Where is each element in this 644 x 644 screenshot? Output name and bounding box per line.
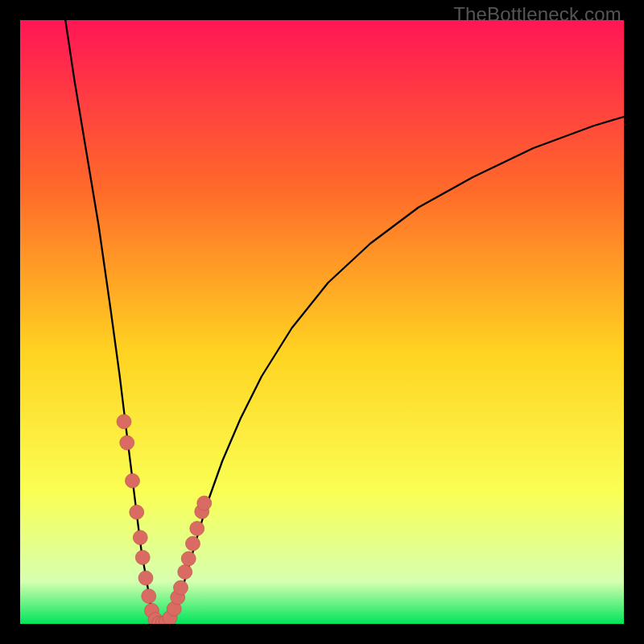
bottleneck-curve-chart bbox=[20, 20, 624, 624]
data-marker bbox=[142, 589, 156, 604]
data-marker bbox=[133, 530, 147, 545]
data-marker bbox=[181, 551, 196, 566]
data-marker bbox=[178, 565, 192, 580]
data-marker bbox=[197, 496, 212, 510]
data-marker bbox=[117, 415, 131, 429]
gradient-background bbox=[20, 20, 624, 624]
data-marker bbox=[190, 522, 204, 536]
data-marker bbox=[138, 571, 153, 585]
data-marker bbox=[126, 473, 140, 488]
data-marker bbox=[120, 436, 134, 450]
data-marker bbox=[130, 505, 144, 519]
data-marker bbox=[186, 536, 200, 551]
data-marker bbox=[135, 551, 150, 565]
plot-area bbox=[20, 20, 624, 624]
data-marker bbox=[174, 580, 188, 595]
chart-container: TheBottleneck.com bbox=[0, 0, 644, 644]
